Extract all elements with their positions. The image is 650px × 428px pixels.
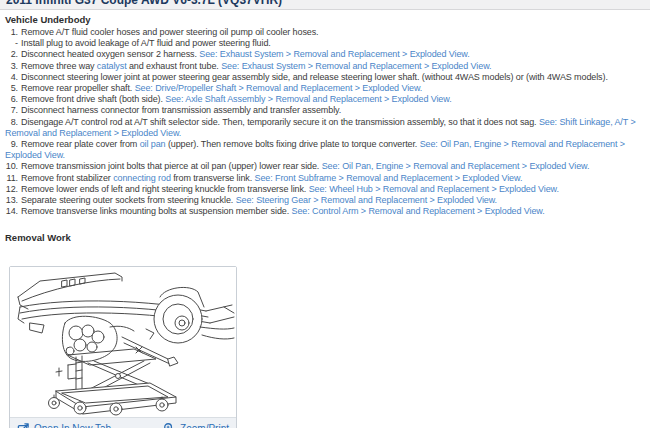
- step-marker: 6.: [5, 94, 18, 105]
- step-text: Remove transverse links mounting bolts a…: [21, 206, 292, 216]
- step-text: Remove rear propeller shaft.: [21, 83, 135, 93]
- step-text: Remove transmission joint bolts that pie…: [21, 161, 322, 171]
- step-text: Disengage A/T control rod at A/T shift s…: [21, 117, 539, 127]
- see-reference-link[interactable]: See: Steering Gear > Removal and Replace…: [236, 195, 497, 205]
- step-line: 10.Remove transmission joint bolts that …: [5, 161, 648, 172]
- step-marker: -: [5, 38, 18, 49]
- step-marker: 12.: [5, 184, 18, 195]
- see-reference-link[interactable]: See: Wheel Hub > Removal and Replacement…: [309, 184, 559, 194]
- step-line: 3.Remove three way catalyst and exhaust …: [5, 61, 648, 72]
- step-text: (upper). Then remove bolts fixing drive …: [165, 139, 419, 149]
- step-line: 6.Remove front drive shaft (both side). …: [5, 94, 648, 105]
- step-line: 5.Remove rear propeller shaft. See: Driv…: [5, 83, 648, 94]
- underbody-illustration: [10, 267, 236, 417]
- figure-toolbar: Open In New Tab Zoom/Print: [10, 417, 236, 428]
- note-line: -Install plug to avoid leakage of A/T fl…: [5, 38, 648, 49]
- see-reference-link[interactable]: See: Drive/Propeller Shaft > Removal and…: [135, 83, 423, 93]
- step-marker: 8.: [5, 117, 18, 128]
- step-line: 7.Disconnect harness connector from tran…: [5, 105, 648, 116]
- step-line: 8.Disengage A/T control rod at A/T shift…: [5, 117, 648, 139]
- see-reference-link[interactable]: See: Axle Shaft Assembly > Removal and R…: [165, 94, 451, 104]
- step-marker: 5.: [5, 83, 18, 94]
- step-marker: 2.: [5, 49, 18, 60]
- open-in-new-tab-label: Open In New Tab: [34, 423, 111, 428]
- inline-term-link[interactable]: connecting rod: [113, 173, 171, 183]
- open-in-new-tab-icon: [17, 422, 30, 428]
- step-line: 2.Disconnect heated oxygen sensor 2 harn…: [5, 49, 648, 60]
- steps-list: 1.Remove A/T fluid cooler hoses and powe…: [5, 27, 648, 217]
- magnifier-icon: [163, 422, 176, 428]
- step-line: 14.Remove transverse links mounting bolt…: [5, 206, 648, 217]
- see-reference-link[interactable]: See: Oil Pan, Engine > Removal and Repla…: [322, 161, 590, 171]
- step-marker: 4.: [5, 72, 18, 83]
- figure-card: Open In New Tab Zoom/Print: [9, 266, 237, 428]
- step-marker: 1.: [5, 27, 18, 38]
- see-reference-link[interactable]: See: Exhaust System > Removal and Replac…: [221, 61, 491, 71]
- step-marker: 3.: [5, 61, 18, 72]
- zoom-print-label: Zoom/Print: [180, 423, 229, 428]
- inline-term-link[interactable]: oil pan: [140, 139, 166, 149]
- step-marker: 7.: [5, 105, 18, 116]
- step-text: from transverse link.: [171, 173, 255, 183]
- step-text: Remove A/T fluid cooler hoses and power …: [21, 27, 319, 37]
- section-heading-removal-work: Removal Work: [5, 232, 648, 243]
- step-text: Separate steering outer sockets from ste…: [21, 195, 236, 205]
- step-text: Remove rear plate cover from: [21, 139, 140, 149]
- transmission-jack-drawing: [10, 267, 236, 417]
- step-text: Remove three way: [21, 61, 97, 71]
- see-reference-link[interactable]: See: Exhaust System > Removal and Replac…: [199, 49, 469, 59]
- step-text: Disconnect heated oxygen sensor 2 harnes…: [21, 49, 199, 59]
- zoom-print-link[interactable]: Zoom/Print: [163, 422, 229, 428]
- see-reference-link[interactable]: See: Control Arm > Removal and Replaceme…: [292, 206, 545, 216]
- step-text: Disconnect harness connector from transm…: [21, 105, 341, 115]
- section-heading-vehicle-underbody: Vehicle Underbody: [5, 14, 648, 25]
- step-line: 13.Separate steering outer sockets from …: [5, 195, 648, 206]
- step-line: 9.Remove rear plate cover from oil pan (…: [5, 139, 648, 161]
- step-line: 4.Disconnect steering lower joint at pow…: [5, 72, 648, 83]
- article-content: Vehicle Underbody 1.Remove A/T fluid coo…: [0, 10, 650, 428]
- step-line: 11.Remove front stabilizer connecting ro…: [5, 173, 648, 184]
- inline-term-link[interactable]: catalyst: [97, 61, 127, 71]
- step-text: Remove front drive shaft (both side).: [21, 94, 165, 104]
- page-title-bar: 2011 Infiniti G37 Coupe AWD V6-3.7L (VQ3…: [0, 0, 650, 10]
- step-text: Disconnect steering lower joint at power…: [21, 72, 608, 82]
- step-marker: 11.: [5, 173, 18, 184]
- step-text: Install plug to avoid leakage of A/T flu…: [21, 38, 271, 48]
- step-marker: 13.: [5, 195, 18, 206]
- step-text: Remove lower ends of left and right stee…: [21, 184, 309, 194]
- step-marker: 9.: [5, 139, 18, 150]
- step-line: 1.Remove A/T fluid cooler hoses and powe…: [5, 27, 648, 38]
- step-text: Remove front stabilizer: [21, 173, 113, 183]
- step-marker: 14.: [5, 206, 18, 217]
- open-in-new-tab-link[interactable]: Open In New Tab: [17, 422, 111, 428]
- see-reference-link[interactable]: See: Front Subframe > Removal and Replac…: [255, 173, 523, 183]
- page-title: 2011 Infiniti G37 Coupe AWD V6-3.7L (VQ3…: [6, 0, 282, 7]
- step-marker: 10.: [5, 161, 18, 172]
- step-text: and exhaust front tube.: [127, 61, 222, 71]
- step-line: 12.Remove lower ends of left and right s…: [5, 184, 648, 195]
